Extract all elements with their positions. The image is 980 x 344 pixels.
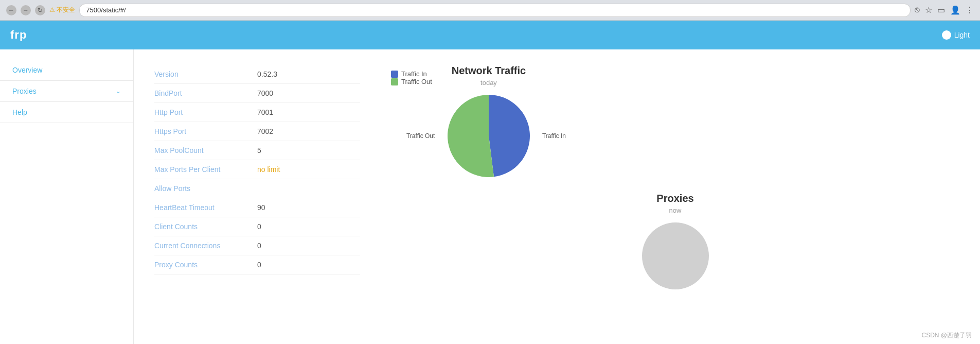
- proxies-chart-circle: [642, 222, 709, 289]
- footer-text: CSDN @西楚子羽: [921, 332, 972, 339]
- legend-dot-traffic-in: [391, 71, 398, 78]
- value-version: 0.52.3: [257, 70, 277, 78]
- main-layout: Overview Proxies ⌄ Help Version 0.52.3 B…: [0, 49, 980, 344]
- network-traffic-chart-container: Network Traffic today Traffic Out Traffi…: [448, 65, 530, 177]
- info-row-maxportsperclient: Max Ports Per Client no limit: [154, 160, 360, 179]
- legend-traffic-out: Traffic Out: [391, 78, 432, 85]
- network-traffic-section: Traffic In Traffic Out Network Traffic t…: [391, 65, 959, 177]
- bookmark-icon[interactable]: ☆: [925, 5, 932, 15]
- sidebar-proxies-label: Proxies: [12, 87, 37, 95]
- browser-chrome: ← → ↻ ⚠ 不安全 ⎋ ☆ ▭ 👤 ⋮: [0, 0, 980, 21]
- value-httpsport: 7002: [257, 127, 273, 135]
- legend-label-traffic-in: Traffic In: [401, 70, 427, 78]
- legend-label-traffic-out: Traffic Out: [401, 78, 432, 85]
- proxies-subtitle: now: [669, 207, 682, 214]
- pie-label-left: Traffic Out: [406, 132, 435, 140]
- sidebar-divider-3: [0, 123, 133, 123]
- info-table: Version 0.52.3 BindPort 7000 Http Port 7…: [154, 65, 360, 329]
- label-version: Version: [154, 70, 257, 78]
- label-proxycounts: Proxy Counts: [154, 261, 257, 269]
- label-maxportsperclient: Max Ports Per Client: [154, 165, 257, 174]
- pie-chart-wrapper: Traffic Out Traffic In: [448, 95, 530, 177]
- label-httpport: Http Port: [154, 108, 257, 116]
- browser-toolbar: ⎋ ☆ ▭ 👤 ⋮: [915, 5, 974, 15]
- security-warning: ⚠ 不安全: [49, 6, 75, 14]
- info-row-version: Version 0.52.3: [154, 65, 360, 84]
- window-icon[interactable]: ▭: [937, 5, 945, 15]
- chevron-down-icon: ⌄: [116, 88, 121, 95]
- value-maxportsperclient: no limit: [257, 165, 280, 174]
- value-httpport: 7001: [257, 108, 273, 116]
- share-icon[interactable]: ⎋: [915, 5, 920, 15]
- content-area: Version 0.52.3 BindPort 7000 Http Port 7…: [134, 49, 980, 344]
- info-row-allowports: Allow Ports: [154, 179, 360, 198]
- value-clientcounts: 0: [257, 222, 261, 231]
- reload-button[interactable]: ↻: [35, 5, 45, 15]
- value-currentconnections: 0: [257, 242, 261, 250]
- charts-area: Traffic In Traffic Out Network Traffic t…: [391, 65, 959, 329]
- traffic-legend: Traffic In Traffic Out: [391, 70, 432, 85]
- theme-toggle[interactable]: [942, 30, 951, 40]
- info-row-heartbeat: HeartBeat Timeout 90: [154, 198, 360, 217]
- label-allowports: Allow Ports: [154, 184, 257, 193]
- proxies-section: Proxies now: [391, 193, 959, 289]
- value-proxycounts: 0: [257, 261, 261, 269]
- pie-chart-svg: [448, 95, 530, 177]
- forward-button[interactable]: →: [21, 5, 31, 15]
- value-maxpoolcount: 5: [257, 146, 261, 154]
- info-row-maxpoolcount: Max PoolCount 5: [154, 141, 360, 160]
- network-traffic-subtitle: today: [480, 79, 497, 87]
- sidebar-item-proxies[interactable]: Proxies ⌄: [0, 81, 133, 101]
- info-row-httpport: Http Port 7001: [154, 103, 360, 122]
- proxies-title: Proxies: [656, 193, 693, 204]
- menu-icon[interactable]: ⋮: [966, 5, 974, 15]
- header-right: Light: [942, 30, 970, 40]
- label-httpsport: Https Port: [154, 127, 257, 135]
- sidebar-overview-label: Overview: [12, 66, 42, 74]
- sidebar-item-help[interactable]: Help: [0, 102, 133, 123]
- back-button[interactable]: ←: [6, 5, 16, 15]
- sidebar: Overview Proxies ⌄ Help: [0, 49, 134, 344]
- label-heartbeat: HeartBeat Timeout: [154, 203, 257, 212]
- legend-traffic-in: Traffic In: [391, 70, 432, 78]
- value-bindport: 7000: [257, 89, 273, 97]
- app-header: frp Light: [0, 21, 980, 49]
- info-row-proxycounts: Proxy Counts 0: [154, 255, 360, 274]
- pie-label-right: Traffic In: [542, 132, 566, 140]
- theme-label[interactable]: Light: [954, 31, 970, 39]
- label-clientcounts: Client Counts: [154, 222, 257, 231]
- info-row-httpsport: Https Port 7002: [154, 122, 360, 141]
- app-logo: frp: [10, 28, 27, 42]
- info-row-currentconnections: Current Connections 0: [154, 236, 360, 255]
- label-bindport: BindPort: [154, 89, 257, 97]
- info-row-clientcounts: Client Counts 0: [154, 217, 360, 236]
- value-heartbeat: 90: [257, 203, 265, 212]
- info-row-bindport: BindPort 7000: [154, 84, 360, 103]
- network-traffic-title: Network Traffic: [452, 65, 526, 77]
- sidebar-help-label: Help: [12, 108, 27, 116]
- label-currentconnections: Current Connections: [154, 242, 257, 250]
- profile-icon[interactable]: 👤: [950, 5, 960, 15]
- footer: CSDN @西楚子羽: [921, 331, 972, 340]
- sidebar-item-overview[interactable]: Overview: [0, 60, 133, 80]
- url-bar[interactable]: [79, 4, 911, 17]
- label-maxpoolcount: Max PoolCount: [154, 146, 257, 154]
- legend-dot-traffic-out: [391, 78, 398, 85]
